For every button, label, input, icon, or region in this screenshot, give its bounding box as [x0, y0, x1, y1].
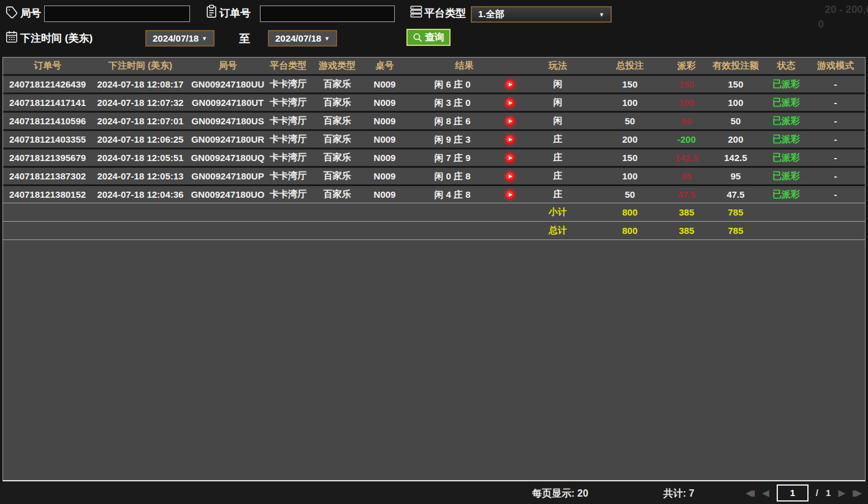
order-cell: 240718121410596: [3, 113, 92, 131]
order-no-input[interactable]: [260, 6, 395, 22]
subtotal-label: 小计: [524, 203, 592, 221]
payout-cell: 100: [668, 94, 705, 113]
result-cell: 闲 8 庄 6: [405, 113, 524, 131]
order-query-page: { "colors":{ "gold":"#d6b377", "red":"#a…: [0, 0, 868, 504]
result-text: 闲 0 庄 8: [405, 168, 500, 184]
page-number-input[interactable]: [777, 484, 809, 502]
game-cell: 百家乐: [310, 131, 365, 149]
col-header-payout: 派彩: [668, 58, 705, 76]
play-type-cell: 闲: [524, 76, 592, 94]
platform-stack-icon: [409, 5, 423, 18]
mode-cell: -: [806, 131, 865, 149]
result-cell: 闲 4 庄 8: [405, 186, 524, 203]
next-page-button[interactable]: ▶: [838, 487, 845, 498]
round-cell: GN009247180UR: [189, 131, 267, 149]
platform-cell: 卡卡湾厅: [267, 94, 310, 113]
footer-bar: 每页显示: 20 共计: 7 ◀◀ ◀ / 1 ▶ ▶▶: [0, 481, 868, 504]
valid-bet-cell: 50: [705, 113, 766, 131]
play-type-cell: 闲: [524, 94, 592, 113]
status-cell: 已派彩: [766, 94, 806, 113]
table-no-cell: N009: [365, 168, 405, 186]
time-cell: 2024-07-18 12:07:32: [92, 94, 189, 113]
record-total-label: 共计: 7: [663, 487, 695, 500]
game-cell: 百家乐: [310, 168, 365, 186]
bet-time-label: 下注时间 (美东): [20, 32, 93, 45]
table-row: 240718121426439 2024-07-18 12:08:17 GN00…: [3, 76, 865, 94]
payout-cell: 142.5: [668, 149, 705, 168]
game-cell: 百家乐: [310, 186, 365, 203]
play-video-icon[interactable]: [505, 190, 515, 200]
play-video-icon[interactable]: [505, 116, 515, 126]
prev-page-button[interactable]: ◀: [762, 487, 769, 498]
col-header-result: 结果: [405, 58, 524, 76]
table-row: 240718121410596 2024-07-18 12:07:01 GN00…: [3, 113, 865, 131]
result-text: 闲 9 庄 3: [405, 131, 500, 148]
query-button[interactable]: 查询: [406, 29, 451, 46]
date-from-picker[interactable]: 2024/07/18 ▼: [145, 30, 215, 47]
table-header-row: 订单号 下注时间 (美东) 局号 平台类型 游戏类型 桌号 结果 玩法 总投注 …: [3, 58, 865, 76]
table-summary: 小计 800 385 785 总计 800 385 785: [3, 203, 865, 240]
table-no-cell: N009: [365, 131, 405, 149]
status-cell: 已派彩: [766, 168, 806, 186]
result-cell: 闲 6 庄 0: [405, 76, 524, 94]
payout-cell: 95: [668, 168, 705, 186]
orders-table-container: 订单号 下注时间 (美东) 局号 平台类型 游戏类型 桌号 结果 玩法 总投注 …: [2, 57, 866, 481]
result-text: 闲 3 庄 0: [405, 94, 500, 111]
valid-bet-cell: 47.5: [705, 186, 766, 203]
time-cell: 2024-07-18 12:08:17: [92, 76, 189, 94]
first-page-button[interactable]: ◀◀: [745, 487, 755, 498]
play-type-cell: 庄: [524, 186, 592, 203]
order-cell: 240718121426439: [3, 76, 92, 94]
platform-type-value: 1.全部: [478, 9, 504, 20]
order-no-label: 订单号: [219, 7, 251, 20]
round-no-input[interactable]: [44, 6, 190, 22]
col-header-game: 游戏类型: [310, 58, 365, 76]
platform-type-select[interactable]: 1.全部 ▼: [471, 6, 612, 23]
result-text: 闲 4 庄 8: [405, 186, 500, 203]
time-cell: 2024-07-18 12:04:36: [92, 186, 189, 203]
ghost-text-2: 0: [818, 18, 824, 31]
chevron-down-icon: ▼: [599, 12, 604, 18]
bet-cell: 150: [592, 149, 668, 168]
table-row: 240718121403355 2024-07-18 12:06:25 GN00…: [3, 131, 865, 149]
table-no-cell: N009: [365, 113, 405, 131]
payout-cell: -200: [668, 131, 705, 149]
page-separator: /: [816, 487, 818, 498]
clipboard-icon: [205, 4, 218, 19]
time-cell: 2024-07-18 12:06:25: [92, 131, 189, 149]
col-header-order: 订单号: [3, 58, 92, 76]
date-to-value: 2024/07/18: [275, 33, 321, 43]
valid-bet-cell: 100: [705, 94, 766, 113]
total-bet: 800: [592, 221, 668, 240]
date-to-picker[interactable]: 2024/07/18 ▼: [268, 30, 337, 47]
ghost-text-1: 20 - 200,0: [824, 4, 868, 16]
mode-cell: -: [806, 168, 865, 186]
last-page-button[interactable]: ▶▶: [853, 487, 862, 498]
table-no-cell: N009: [365, 149, 405, 168]
round-cell: GN009247180UQ: [189, 149, 267, 168]
play-video-icon[interactable]: [505, 98, 515, 108]
bet-cell: 150: [592, 76, 668, 94]
play-video-icon[interactable]: [505, 171, 515, 181]
play-video-icon[interactable]: [505, 153, 515, 163]
round-cell: GN009247180US: [189, 113, 267, 131]
query-button-label: 查询: [425, 31, 444, 44]
play-video-icon[interactable]: [505, 80, 515, 89]
col-header-mode: 游戏模式: [806, 58, 865, 76]
play-video-icon[interactable]: [505, 135, 515, 145]
game-cell: 百家乐: [310, 94, 365, 113]
total-row: 总计 800 385 785: [3, 221, 865, 240]
game-cell: 百家乐: [310, 113, 365, 131]
valid-bet-cell: 95: [705, 168, 766, 186]
subtotal-payout: 385: [668, 203, 705, 221]
col-header-valid: 有效投注额: [705, 58, 766, 76]
to-label: 至: [239, 32, 250, 45]
platform-cell: 卡卡湾厅: [267, 168, 310, 186]
total-valid: 785: [705, 221, 766, 240]
table-no-cell: N009: [365, 94, 405, 113]
status-cell: 已派彩: [766, 186, 806, 203]
result-cell: 闲 9 庄 3: [405, 131, 524, 149]
order-cell: 240718121417141: [3, 94, 92, 113]
mode-cell: -: [806, 113, 865, 131]
search-icon: [413, 32, 423, 43]
